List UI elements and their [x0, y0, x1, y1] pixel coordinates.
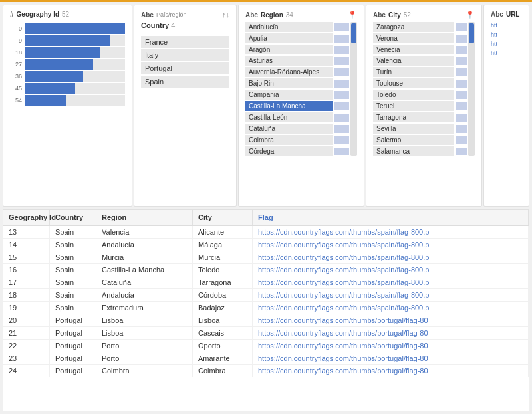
region-count: 34 — [286, 11, 293, 19]
table-row[interactable]: 19SpainExtremaduraBadajozhttps://cdn.cou… — [3, 302, 529, 314]
region-type-icon: Abc — [245, 11, 258, 19]
td-city: Málaga — [193, 239, 253, 251]
region-list-item[interactable]: Castilla-La Mancha — [245, 101, 349, 111]
td-country: Spain — [50, 302, 96, 314]
td-country: Portugal — [50, 352, 96, 364]
data-table: Geography Id Country Region City Flag 13… — [3, 209, 529, 411]
th-region: Region — [96, 210, 193, 225]
td-city: Tarragona — [193, 276, 253, 288]
city-list-item[interactable]: Tarragona — [373, 112, 467, 122]
td-region: Lisboa — [96, 327, 193, 339]
city-list-wrapper: ZaragozaVeronaVeneciaValenciaTurínToulou… — [373, 22, 475, 156]
city-list-item[interactable]: Turín — [373, 67, 467, 77]
td-city: Córdoba — [193, 289, 253, 301]
city-list-item[interactable]: Valencia — [373, 56, 467, 66]
region-scroll-thumb[interactable] — [351, 23, 356, 43]
region-list-item[interactable]: Apulia — [245, 33, 349, 43]
td-id: 24 — [3, 365, 50, 377]
city-name-label: Teruel — [373, 101, 454, 111]
region-scrollbar[interactable] — [350, 22, 357, 156]
td-region: Andalucía — [96, 239, 193, 251]
td-id: 19 — [3, 302, 50, 314]
td-id: 13 — [3, 226, 50, 238]
city-bar — [456, 35, 467, 43]
city-list-item[interactable]: Toledo — [373, 90, 467, 100]
city-list-item[interactable]: Venecia — [373, 45, 467, 54]
region-bar — [334, 91, 349, 99]
table-row[interactable]: 18SpainAndalucíaCórdobahttps://cdn.count… — [3, 289, 529, 302]
city-name-label: Sevilla — [373, 124, 454, 134]
city-header: Abc City 52 📍 — [373, 11, 475, 19]
td-id: 21 — [3, 327, 50, 339]
table-row[interactable]: 23PortugalPortoAmarantehttps://cdn.count… — [3, 352, 529, 365]
td-country: Portugal — [50, 327, 96, 339]
region-list-item[interactable]: Auvernia-Ródano-Alpes — [245, 67, 349, 77]
td-region: Cataluña — [96, 276, 193, 288]
country-sort-icon[interactable]: ↑↓ — [222, 11, 229, 19]
td-flag: https://cdn.countryflags.com/thumbs/spai… — [253, 251, 529, 263]
city-bar — [456, 102, 467, 110]
country-list-item[interactable]: France — [141, 36, 229, 48]
td-region: Valencia — [96, 226, 193, 238]
city-scroll-thumb[interactable] — [469, 23, 474, 43]
city-list-item[interactable]: Verona — [373, 33, 467, 43]
table-row[interactable]: 22PortugalPortoOportohttps://cdn.country… — [3, 340, 529, 352]
region-list-item[interactable]: Coimbra — [245, 135, 349, 145]
region-name-label: Aragón — [245, 45, 332, 54]
country-subtype: País/región — [156, 11, 187, 18]
region-list-item[interactable]: Bajo Rin — [245, 78, 349, 88]
city-scrollbar[interactable] — [468, 22, 475, 156]
td-flag: https://cdn.countryflags.com/thumbs/spai… — [253, 226, 529, 238]
geography-bar-chart: 091827364554 — [10, 23, 125, 106]
country-name-label: Country 4 — [141, 21, 229, 29]
city-list-item[interactable]: Zaragoza — [373, 22, 467, 32]
region-list-item[interactable]: Andalucía — [245, 22, 349, 32]
city-list-item[interactable]: Teruel — [373, 101, 467, 111]
region-list-item[interactable]: Aragón — [245, 45, 349, 54]
region-list-item[interactable]: Cataluña — [245, 124, 349, 134]
table-row[interactable]: 24PortugalCoimbraCoimbrahttps://cdn.coun… — [3, 365, 529, 377]
city-name-label: Venecia — [373, 45, 454, 54]
td-city: Murcia — [193, 251, 253, 263]
country-list-item[interactable]: Spain — [141, 76, 229, 88]
table-row[interactable]: 13SpainValenciaAlicantehttps://cdn.count… — [3, 226, 529, 239]
city-count: 52 — [404, 11, 411, 19]
country-list-item[interactable]: Portugal — [141, 62, 229, 74]
td-id: 15 — [3, 251, 50, 263]
bar-label: 9 — [10, 37, 22, 44]
main-container: # Geography Id 52 091827364554 Abc País/… — [0, 0, 532, 414]
city-name-label: Salamanca — [373, 146, 454, 156]
city-list-item[interactable]: Sevilla — [373, 124, 467, 134]
td-flag: https://cdn.countryflags.com/thumbs/port… — [253, 352, 529, 364]
table-body[interactable]: 13SpainValenciaAlicantehttps://cdn.count… — [3, 226, 529, 411]
city-bar — [456, 23, 467, 31]
region-list-item[interactable]: Castilla-León — [245, 112, 349, 122]
td-region: Andalucía — [96, 289, 193, 301]
city-list-item[interactable]: Toulouse — [373, 78, 467, 88]
table-row[interactable]: 15SpainMurciaMurciahttps://cdn.countryfl… — [3, 251, 529, 264]
region-name-label: Castilla-La Mancha — [245, 101, 332, 111]
city-bar — [456, 114, 467, 122]
city-list-item[interactable]: Salermo — [373, 135, 467, 145]
td-id: 23 — [3, 352, 50, 364]
table-row[interactable]: 20PortugalLisboaLisboahttps://cdn.countr… — [3, 314, 529, 327]
table-row[interactable]: 21PortugalLisboaCascaishttps://cdn.count… — [3, 327, 529, 340]
flag-type-icon: Abc — [491, 11, 503, 18]
city-card: Abc City 52 📍 ZaragozaVeronaVeneciaValen… — [366, 5, 482, 207]
bar-row: 36 — [10, 71, 125, 82]
region-list-item[interactable]: Asturias — [245, 56, 349, 66]
td-flag: https://cdn.countryflags.com/thumbs/port… — [253, 340, 529, 352]
city-list-item[interactable]: Salamanca — [373, 146, 467, 156]
table-row[interactable]: 17SpainCataluñaTarragonahttps://cdn.coun… — [3, 276, 529, 289]
region-list-item[interactable]: Campania — [245, 90, 349, 100]
country-list-item[interactable]: Italy — [141, 49, 229, 61]
td-flag: https://cdn.countryflags.com/thumbs/spai… — [253, 264, 529, 276]
td-flag: https://cdn.countryflags.com/thumbs/spai… — [253, 289, 529, 301]
table-row[interactable]: 16SpainCastilla-La ManchaToledohttps://c… — [3, 264, 529, 276]
bar-fill — [25, 59, 93, 70]
td-region: Murcia — [96, 251, 193, 263]
region-list-item[interactable]: Córdega — [245, 146, 349, 156]
table-row[interactable]: 14SpainAndalucíaMálagahttps://cdn.countr… — [3, 239, 529, 251]
td-flag: https://cdn.countryflags.com/thumbs/port… — [253, 314, 529, 326]
region-name-label: Asturias — [245, 56, 332, 66]
